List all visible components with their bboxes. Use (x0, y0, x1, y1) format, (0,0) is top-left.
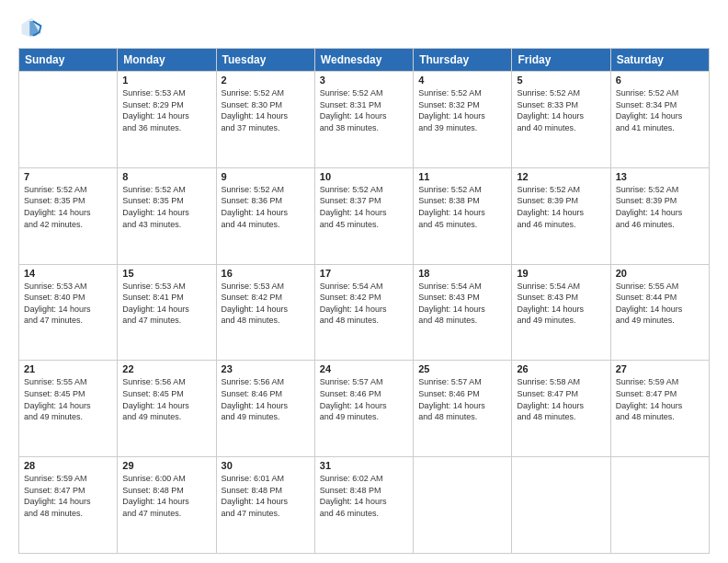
day-number: 14 (24, 268, 112, 279)
calendar-cell: 20Sunrise: 5:55 AM Sunset: 8:44 PM Dayli… (610, 264, 709, 361)
day-number: 30 (222, 460, 310, 471)
day-number: 11 (418, 171, 506, 182)
day-number: 17 (320, 268, 408, 279)
day-info: Sunrise: 5:54 AM Sunset: 8:43 PM Dayligh… (418, 281, 506, 327)
day-info: Sunrise: 5:53 AM Sunset: 8:42 PM Dayligh… (222, 281, 310, 327)
calendar-cell: 30Sunrise: 6:01 AM Sunset: 8:48 PM Dayli… (216, 457, 314, 554)
week-row-1: 1Sunrise: 5:53 AM Sunset: 8:29 PM Daylig… (19, 72, 710, 168)
calendar-cell: 27Sunrise: 5:59 AM Sunset: 8:47 PM Dayli… (610, 361, 709, 457)
day-info: Sunrise: 5:54 AM Sunset: 8:43 PM Dayligh… (517, 281, 605, 327)
day-info: Sunrise: 5:53 AM Sunset: 8:41 PM Dayligh… (122, 281, 210, 327)
day-number: 27 (616, 363, 704, 374)
day-info: Sunrise: 5:52 AM Sunset: 8:35 PM Dayligh… (122, 184, 210, 230)
day-number: 12 (517, 171, 605, 182)
day-number: 15 (122, 268, 210, 279)
calendar-cell: 2Sunrise: 5:52 AM Sunset: 8:30 PM Daylig… (216, 72, 314, 168)
day-info: Sunrise: 5:56 AM Sunset: 8:45 PM Dayligh… (122, 376, 210, 422)
calendar-cell: 18Sunrise: 5:54 AM Sunset: 8:43 PM Dayli… (414, 264, 512, 361)
calendar-cell: 7Sunrise: 5:52 AM Sunset: 8:35 PM Daylig… (19, 167, 118, 264)
day-info: Sunrise: 5:52 AM Sunset: 8:31 PM Dayligh… (320, 87, 408, 133)
day-number: 7 (24, 171, 112, 182)
calendar-cell: 16Sunrise: 5:53 AM Sunset: 8:42 PM Dayli… (216, 264, 314, 361)
calendar-cell: 17Sunrise: 5:54 AM Sunset: 8:42 PM Dayli… (314, 264, 413, 361)
day-number: 4 (418, 75, 506, 86)
day-info: Sunrise: 5:52 AM Sunset: 8:37 PM Dayligh… (320, 184, 408, 230)
day-number: 28 (24, 460, 112, 471)
calendar-cell: 15Sunrise: 5:53 AM Sunset: 8:41 PM Dayli… (118, 264, 216, 361)
day-info: Sunrise: 5:52 AM Sunset: 8:35 PM Dayligh… (24, 184, 112, 230)
calendar-cell: 22Sunrise: 5:56 AM Sunset: 8:45 PM Dayli… (118, 361, 216, 457)
day-number: 2 (222, 75, 310, 86)
day-info: Sunrise: 5:52 AM Sunset: 8:39 PM Dayligh… (616, 184, 704, 230)
day-number: 24 (320, 363, 408, 374)
calendar-cell: 11Sunrise: 5:52 AM Sunset: 8:38 PM Dayli… (414, 167, 512, 264)
day-info: Sunrise: 5:52 AM Sunset: 8:30 PM Dayligh… (222, 87, 310, 133)
calendar-cell: 23Sunrise: 5:56 AM Sunset: 8:46 PM Dayli… (216, 361, 314, 457)
calendar-cell: 31Sunrise: 6:02 AM Sunset: 8:48 PM Dayli… (314, 457, 413, 554)
day-number: 6 (616, 75, 704, 86)
day-number: 22 (122, 363, 210, 374)
calendar-cell: 28Sunrise: 5:59 AM Sunset: 8:47 PM Dayli… (19, 457, 118, 554)
weekday-header-thursday: Thursday (414, 49, 512, 72)
day-number: 8 (122, 171, 210, 182)
page-header (18, 15, 710, 40)
weekday-header-sunday: Sunday (19, 49, 118, 72)
day-info: Sunrise: 5:52 AM Sunset: 8:34 PM Dayligh… (616, 87, 704, 133)
calendar-cell: 9Sunrise: 5:52 AM Sunset: 8:36 PM Daylig… (216, 167, 314, 264)
calendar-cell: 12Sunrise: 5:52 AM Sunset: 8:39 PM Dayli… (512, 167, 610, 264)
day-info: Sunrise: 5:52 AM Sunset: 8:32 PM Dayligh… (418, 87, 506, 133)
day-info: Sunrise: 5:52 AM Sunset: 8:39 PM Dayligh… (517, 184, 605, 230)
calendar-cell (512, 457, 610, 554)
day-number: 10 (320, 171, 408, 182)
week-row-3: 14Sunrise: 5:53 AM Sunset: 8:40 PM Dayli… (19, 264, 710, 361)
day-info: Sunrise: 5:53 AM Sunset: 8:29 PM Dayligh… (122, 87, 210, 133)
day-info: Sunrise: 5:55 AM Sunset: 8:45 PM Dayligh… (24, 376, 112, 422)
calendar-cell: 26Sunrise: 5:58 AM Sunset: 8:47 PM Dayli… (512, 361, 610, 457)
calendar-cell: 3Sunrise: 5:52 AM Sunset: 8:31 PM Daylig… (314, 72, 413, 168)
calendar-cell: 29Sunrise: 6:00 AM Sunset: 8:48 PM Dayli… (118, 457, 216, 554)
day-info: Sunrise: 5:58 AM Sunset: 8:47 PM Dayligh… (517, 376, 605, 422)
day-number: 19 (517, 268, 605, 279)
calendar-cell: 19Sunrise: 5:54 AM Sunset: 8:43 PM Dayli… (512, 264, 610, 361)
day-info: Sunrise: 5:52 AM Sunset: 8:38 PM Dayligh… (418, 184, 506, 230)
logo (18, 15, 48, 40)
day-info: Sunrise: 6:00 AM Sunset: 8:48 PM Dayligh… (122, 473, 210, 519)
day-info: Sunrise: 6:02 AM Sunset: 8:48 PM Dayligh… (320, 473, 408, 519)
day-number: 9 (222, 171, 310, 182)
week-row-4: 21Sunrise: 5:55 AM Sunset: 8:45 PM Dayli… (19, 361, 710, 457)
day-info: Sunrise: 5:55 AM Sunset: 8:44 PM Dayligh… (616, 281, 704, 327)
day-number: 23 (222, 363, 310, 374)
calendar-cell: 1Sunrise: 5:53 AM Sunset: 8:29 PM Daylig… (118, 72, 216, 168)
calendar-cell: 14Sunrise: 5:53 AM Sunset: 8:40 PM Dayli… (19, 264, 118, 361)
calendar-cell: 4Sunrise: 5:52 AM Sunset: 8:32 PM Daylig… (414, 72, 512, 168)
day-number: 31 (320, 460, 408, 471)
day-info: Sunrise: 5:52 AM Sunset: 8:33 PM Dayligh… (517, 87, 605, 133)
calendar-cell: 5Sunrise: 5:52 AM Sunset: 8:33 PM Daylig… (512, 72, 610, 168)
day-number: 26 (517, 363, 605, 374)
calendar-cell (610, 457, 709, 554)
day-info: Sunrise: 5:57 AM Sunset: 8:46 PM Dayligh… (418, 376, 506, 422)
day-info: Sunrise: 5:59 AM Sunset: 8:47 PM Dayligh… (616, 376, 704, 422)
day-number: 5 (517, 75, 605, 86)
calendar-cell: 25Sunrise: 5:57 AM Sunset: 8:46 PM Dayli… (414, 361, 512, 457)
calendar-cell (19, 72, 118, 168)
day-number: 1 (122, 75, 210, 86)
weekday-header-friday: Friday (512, 49, 610, 72)
calendar-cell: 8Sunrise: 5:52 AM Sunset: 8:35 PM Daylig… (118, 167, 216, 264)
weekday-header-tuesday: Tuesday (216, 49, 314, 72)
weekday-header-saturday: Saturday (610, 49, 709, 72)
day-number: 3 (320, 75, 408, 86)
logo-icon (18, 15, 44, 40)
day-number: 18 (418, 268, 506, 279)
calendar-cell: 24Sunrise: 5:57 AM Sunset: 8:46 PM Dayli… (314, 361, 413, 457)
calendar-cell: 6Sunrise: 5:52 AM Sunset: 8:34 PM Daylig… (610, 72, 709, 168)
weekday-header-wednesday: Wednesday (314, 49, 413, 72)
day-info: Sunrise: 5:56 AM Sunset: 8:46 PM Dayligh… (222, 376, 310, 422)
day-number: 13 (616, 171, 704, 182)
week-row-5: 28Sunrise: 5:59 AM Sunset: 8:47 PM Dayli… (19, 457, 710, 554)
day-info: Sunrise: 5:57 AM Sunset: 8:46 PM Dayligh… (320, 376, 408, 422)
day-number: 29 (122, 460, 210, 471)
calendar-cell: 13Sunrise: 5:52 AM Sunset: 8:39 PM Dayli… (610, 167, 709, 264)
week-row-2: 7Sunrise: 5:52 AM Sunset: 8:35 PM Daylig… (19, 167, 710, 264)
day-info: Sunrise: 5:52 AM Sunset: 8:36 PM Dayligh… (222, 184, 310, 230)
